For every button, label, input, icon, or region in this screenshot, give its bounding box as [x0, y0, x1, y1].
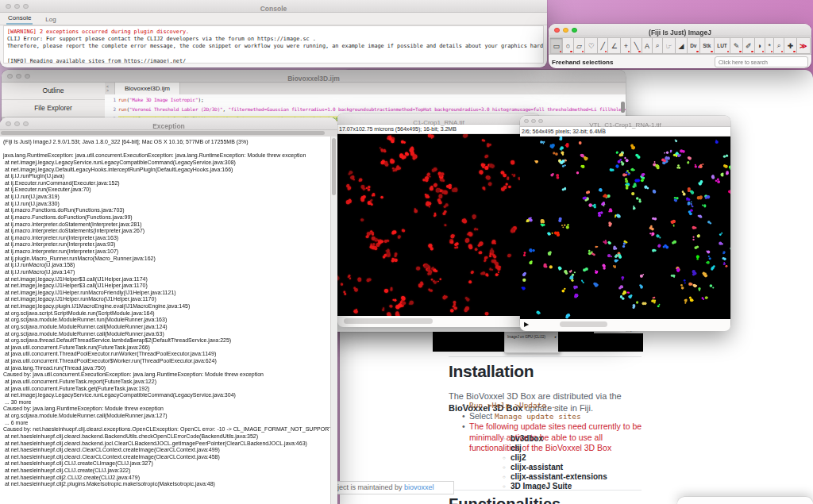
rectangle-tool[interactable]: ▭ — [549, 37, 562, 54]
minimize-button[interactable] — [563, 28, 568, 33]
minimize-button[interactable] — [531, 119, 536, 124]
wand-tool[interactable]: ╲ — [630, 37, 641, 54]
stack-trace-line: Caused by: net.haesleinhuepf.clij.clearc… — [3, 426, 331, 433]
console-titlebar[interactable]: Console — [0, 0, 547, 13]
close-button[interactable] — [6, 121, 11, 127]
stack-trace-line: at net.imagej.legacy.IJ1Helper.runMacroF… — [3, 290, 331, 297]
fiji-toolbar: ▭○▱♡╱∠+╲A⌕☞◢DvStkLUT✎✐◗*⌕✚≫ — [549, 37, 811, 55]
close-button[interactable] — [6, 4, 11, 10]
tab-biovoxxel3d[interactable]: Biovoxxel3D.ijm — [114, 83, 180, 94]
console-log-line: Therefore, please report the complete er… — [7, 43, 540, 50]
image1-title: C1-Crop1_RNA.tif — [413, 119, 464, 126]
browser-status-bar: ject is maintained by biovoxxel — [329, 481, 454, 494]
stk-button[interactable]: Stk — [699, 37, 714, 54]
polygon-tool[interactable]: ▱ — [573, 37, 585, 54]
image2-slice-slider[interactable] — [560, 321, 607, 327]
brush-tool[interactable]: ✐ — [742, 37, 754, 54]
freehand-tool[interactable]: ♡ — [584, 37, 597, 54]
magnifier-tool[interactable]: ⌕ — [773, 37, 784, 54]
image-canvas-labels[interactable] — [520, 137, 730, 319]
image-window-vtl-crop1: VTL_C1-Crop1_RNA-1.tif 2/6; 564x495 pixe… — [520, 116, 730, 330]
flood-fill-tool[interactable]: ◗ — [754, 37, 765, 54]
line-number: 1 — [105, 97, 118, 102]
angle-tool[interactable]: ∠ — [607, 37, 620, 54]
lut-button[interactable]: LUT — [714, 37, 730, 54]
line-number: 2 — [105, 106, 118, 112]
fiji-statusbar: Freehand selections — [549, 55, 811, 69]
text-tool[interactable]: A — [642, 37, 653, 54]
console-tab-log[interactable]: Log — [44, 14, 57, 25]
window-controls — [554, 28, 577, 33]
zoom-button[interactable] — [23, 121, 29, 127]
exception-title: Exception — [152, 122, 185, 130]
image1-scrollbar[interactable] — [344, 318, 433, 324]
stack-trace-line: at net.imagej.legacy.DefaultLegacyHooks.… — [3, 167, 331, 174]
stack-trace-line: at ij.plugin.Macro_Runner.runMacro(Macro… — [3, 256, 331, 263]
dropper-tool[interactable]: ◢ — [675, 37, 687, 54]
stack-trace-line: ... 30 more — [3, 399, 331, 406]
close-button[interactable] — [7, 74, 13, 79]
stack-trace-line: at org.scijava.script.ScriptModule.run(S… — [3, 310, 331, 317]
editor-titlebar[interactable]: Biovoxxel3D.ijm — [2, 70, 626, 83]
stack-trace-line: Caused by: java.util.concurrent.Executio… — [3, 371, 331, 379]
image2-titlebar[interactable]: VTL_C1-Crop1_RNA-1.tif — [520, 116, 730, 127]
update-site-item: bv3dbox — [503, 435, 645, 443]
play-icon[interactable]: ▶ — [524, 321, 529, 329]
close-button[interactable] — [554, 28, 560, 33]
stack-trace-line: at java.util.concurrent.ThreadPoolExecut… — [3, 358, 331, 365]
update-site-item: clij — [503, 444, 645, 452]
exception-vscrollbar[interactable] — [330, 137, 337, 504]
stack-trace-line: at net.imagej.legacy.IJ1Helper$3.call(IJ… — [3, 276, 331, 283]
zoom-button[interactable] — [25, 74, 30, 79]
tab-scroll-chevrons[interactable]: < > — [105, 83, 114, 94]
more-tools[interactable]: ≫ — [796, 37, 811, 54]
console-tabbar: ConsoleLog — [0, 13, 547, 25]
oval-tool[interactable]: ○ — [562, 37, 572, 54]
file-explorer-tab[interactable]: File Explorer — [2, 100, 105, 117]
image1-bottom-bar — [337, 316, 540, 327]
stack-trace-line: java.lang.RuntimeException: java.util.co… — [3, 152, 331, 160]
stack-trace-line: at ij.Executer.runCommand(Executer.java:… — [3, 180, 331, 187]
stack-trace-line: at ij.IJ.run(IJ.java:330) — [3, 201, 331, 208]
fiji-titlebar[interactable]: (Fiji Is Just) ImageJ — [549, 24, 811, 37]
zoom-button[interactable] — [572, 28, 577, 33]
minimize-button[interactable] — [16, 74, 21, 79]
image2-bottom-bar: ▶ — [520, 319, 730, 331]
stack-trace-line: at org.scijava.thread.DefaultThreadServi… — [3, 337, 331, 344]
minimize-button[interactable] — [14, 121, 20, 127]
console-log[interactable]: [WARNING] 2 exceptions occurred during p… — [3, 25, 544, 63]
exception-stack-trace[interactable]: (Fiji Is Just) ImageJ 2.9.0/1.53t; Java … — [0, 137, 331, 504]
dev-button[interactable]: Dv — [687, 37, 699, 54]
search-input[interactable] — [715, 56, 808, 67]
zoom-button[interactable] — [23, 4, 29, 10]
console-tab-console[interactable]: Console — [6, 13, 33, 25]
window-controls — [6, 4, 29, 10]
code-line-1[interactable]: 1run("Make 3D Image Isotropic"); — [105, 94, 626, 104]
hand-tool[interactable]: ☞ — [662, 37, 675, 54]
point-tool[interactable]: + — [620, 37, 630, 54]
stack-trace-line: at java.lang.Thread.run(Thread.java:750) — [3, 365, 331, 372]
biovoxxel-link[interactable]: biovoxxel — [404, 483, 434, 491]
code-line-2[interactable]: 2run("Voronoi Threshold Labler (2D/3D)",… — [105, 104, 626, 113]
line-tool[interactable]: ╱ — [597, 37, 607, 54]
stack-trace-line: at net.haesleinhuepf.clij2.plugins.MakeI… — [3, 481, 331, 488]
stack-trace-line: at net.haesleinhuepf.clij.clearcl.ClearC… — [3, 454, 331, 461]
console-log-line: [INFO] Reading available sites from http… — [7, 58, 540, 63]
arrow-tool[interactable]: ✚ — [784, 37, 796, 54]
spray-tool[interactable]: * — [765, 37, 773, 54]
minimize-button[interactable] — [14, 4, 20, 10]
close-button[interactable] — [524, 119, 529, 124]
zoom-tool[interactable]: ⌕ — [652, 37, 662, 54]
image1-titlebar[interactable]: C1-Crop1_RNA.tif — [337, 113, 540, 125]
step-manage-sites: Select Manage update sites — [460, 411, 647, 422]
update-site-item: clij2 — [503, 454, 645, 462]
console-log-line: [WARNING] 2 exceptions occurred during p… — [7, 29, 540, 36]
zoom-button[interactable] — [538, 119, 543, 124]
outline-tab[interactable]: Outline — [2, 83, 105, 100]
image-canvas-red-spots[interactable] — [337, 134, 540, 316]
exception-titlebar[interactable]: Exception — [0, 117, 337, 130]
pencil-tool[interactable]: ✎ — [730, 37, 742, 54]
console-title: Console — [260, 5, 287, 13]
stack-trace-line: at ij.IJ.runPlugIn(IJ.java) — [3, 173, 331, 180]
editor-scrollbar[interactable] — [621, 102, 625, 113]
